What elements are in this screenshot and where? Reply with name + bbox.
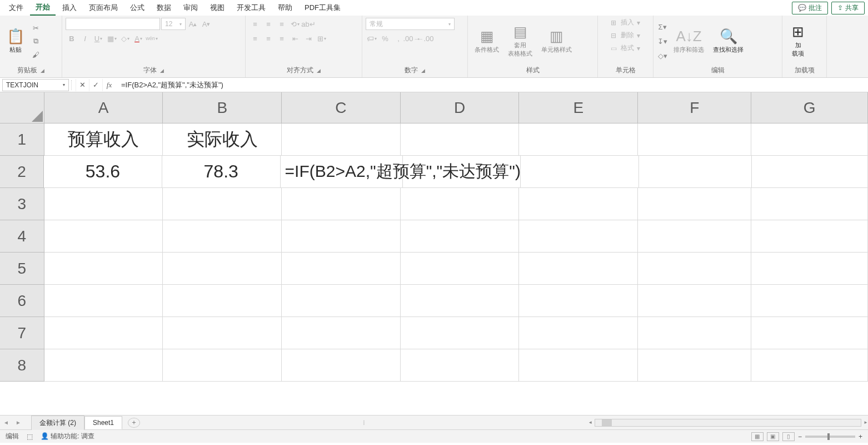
align-center-button[interactable]: ≡ [262, 32, 275, 44]
cell-E6[interactable] [519, 285, 638, 317]
cell-D3[interactable] [401, 188, 520, 220]
row-header-5[interactable]: 5 [0, 253, 44, 285]
cell-D6[interactable] [401, 285, 520, 317]
col-header-D[interactable]: D [401, 92, 520, 123]
decrease-font-button[interactable]: A▾ [200, 18, 212, 30]
col-header-A[interactable]: A [44, 92, 163, 123]
italic-button[interactable]: I [79, 32, 91, 44]
col-header-G[interactable]: G [751, 92, 868, 123]
zoom-slider[interactable] [805, 436, 855, 438]
col-header-C[interactable]: C [282, 92, 401, 123]
wrap-text-button[interactable]: ab↵ [302, 18, 315, 30]
dialog-launcher-icon[interactable]: ◢ [421, 68, 425, 73]
cell-C4[interactable] [282, 220, 401, 253]
align-top-button[interactable]: ≡ [249, 18, 261, 30]
cell-D5[interactable] [401, 253, 520, 285]
cell-G8[interactable] [751, 349, 868, 382]
cell-C2[interactable]: =IF(B2>A2,"超预算","未达预算") [281, 156, 403, 188]
accept-formula-button[interactable]: ✓ [89, 79, 102, 91]
find-select-button[interactable]: 🔍查找和选择 [710, 27, 747, 56]
cell-F8[interactable] [638, 349, 751, 382]
cell-G6[interactable] [751, 285, 868, 317]
cell-E1[interactable] [519, 123, 638, 156]
align-bottom-button[interactable]: ≡ [276, 18, 288, 30]
cell-E7[interactable] [519, 317, 638, 349]
cell-B7[interactable] [163, 317, 282, 349]
menu-devtools[interactable]: 开发工具 [231, 1, 271, 15]
cell-D7[interactable] [401, 317, 520, 349]
select-all-corner[interactable] [0, 92, 44, 123]
cell-G1[interactable] [751, 123, 868, 156]
delete-cells-button[interactable]: ⊟ 删除 ▾ [611, 31, 640, 40]
align-middle-button[interactable]: ≡ [262, 18, 275, 30]
cell-A3[interactable] [44, 188, 163, 220]
comments-button[interactable]: 💬 批注 [792, 2, 828, 14]
spreadsheet-grid[interactable]: A B C D E F G 1预算收入实际收入253.678.3=IF(B2>A… [0, 92, 868, 415]
font-color-button[interactable]: A▾ [132, 32, 144, 44]
menu-pdf[interactable]: PDF工具集 [299, 1, 346, 15]
underline-button[interactable]: U▾ [92, 32, 104, 44]
view-pagelayout-button[interactable]: ▣ [767, 432, 779, 441]
menu-file[interactable]: 文件 [3, 1, 29, 15]
cancel-formula-button[interactable]: ✕ [76, 79, 89, 91]
cell-B3[interactable] [163, 188, 282, 220]
bold-button[interactable]: B [66, 32, 78, 44]
cell-F6[interactable] [638, 285, 751, 317]
cell-A5[interactable] [44, 253, 163, 285]
cell-B5[interactable] [163, 253, 282, 285]
increase-font-button[interactable]: A▴ [187, 18, 199, 30]
share-button[interactable]: ⇪ 共享 [831, 2, 865, 14]
menu-insert[interactable]: 插入 [57, 1, 82, 15]
col-header-B[interactable]: B [163, 92, 282, 123]
dialog-launcher-icon[interactable]: ◢ [160, 68, 164, 73]
formula-input[interactable]: =IF(B2>A2,"超预算","未达预算") [116, 80, 868, 90]
sheet-nav-prev[interactable]: ◄ [0, 419, 12, 426]
font-size-combo[interactable]: 12▾ [161, 18, 186, 30]
cell-G2[interactable] [752, 156, 868, 188]
percent-button[interactable]: % [379, 32, 391, 44]
cell-E5[interactable] [519, 253, 638, 285]
row-header-8[interactable]: 8 [0, 349, 44, 382]
row-header-3[interactable]: 3 [0, 188, 44, 220]
fx-button[interactable]: fx [102, 79, 116, 91]
col-header-E[interactable]: E [519, 92, 638, 123]
paste-button[interactable]: 📋 粘贴 [3, 27, 28, 56]
cell-A1[interactable]: 预算收入 [44, 123, 163, 156]
merge-button[interactable]: ⊞▾ [316, 32, 328, 44]
zoom-out-button[interactable]: − [798, 433, 802, 441]
fill-button[interactable]: ↧▾ [657, 36, 668, 47]
number-format-combo[interactable]: 常规▾ [366, 18, 455, 30]
cell-B2[interactable]: 78.3 [162, 156, 281, 188]
decrease-indent-button[interactable]: ⇤ [289, 32, 301, 44]
scroll-left-arrow[interactable]: ◄ [588, 420, 592, 425]
cell-C8[interactable] [282, 349, 401, 382]
format-painter-button[interactable]: 🖌 [30, 49, 41, 60]
cell-F4[interactable] [638, 220, 751, 253]
sheet-nav-next[interactable]: ► [12, 419, 24, 426]
dialog-launcher-icon[interactable]: ◢ [317, 68, 321, 73]
row-header-6[interactable]: 6 [0, 285, 44, 317]
accessibility-status[interactable]: 👤 辅助功能: 调查 [41, 432, 94, 441]
cell-C1[interactable] [282, 123, 401, 156]
view-normal-button[interactable]: ▦ [751, 432, 764, 441]
menu-review[interactable]: 审阅 [178, 1, 203, 15]
copy-button[interactable]: ⧉ [30, 36, 41, 47]
view-pagebreak-button[interactable]: ▯ [782, 432, 795, 441]
scrollbar-thumb[interactable] [602, 419, 612, 426]
addins-button[interactable]: ⊞加 载项 [786, 22, 810, 60]
col-header-F[interactable]: F [638, 92, 751, 123]
row-header-2[interactable]: 2 [0, 156, 44, 188]
menu-formulas[interactable]: 公式 [124, 1, 150, 15]
row-header-4[interactable]: 4 [0, 220, 44, 253]
insert-cells-button[interactable]: ⊞ 插入 ▾ [611, 18, 640, 27]
align-left-button[interactable]: ≡ [249, 32, 261, 44]
cell-C6[interactable] [282, 285, 401, 317]
cell-B4[interactable] [163, 220, 282, 253]
format-cells-button[interactable]: ▭ 格式 ▾ [611, 43, 641, 53]
zoom-in-button[interactable]: + [859, 433, 862, 441]
cell-E2[interactable] [521, 156, 639, 188]
cell-G5[interactable] [751, 253, 868, 285]
cell-F5[interactable] [638, 253, 751, 285]
cell-F3[interactable] [638, 188, 751, 220]
cell-styles-button[interactable]: ▥单元格样式 [538, 27, 575, 56]
